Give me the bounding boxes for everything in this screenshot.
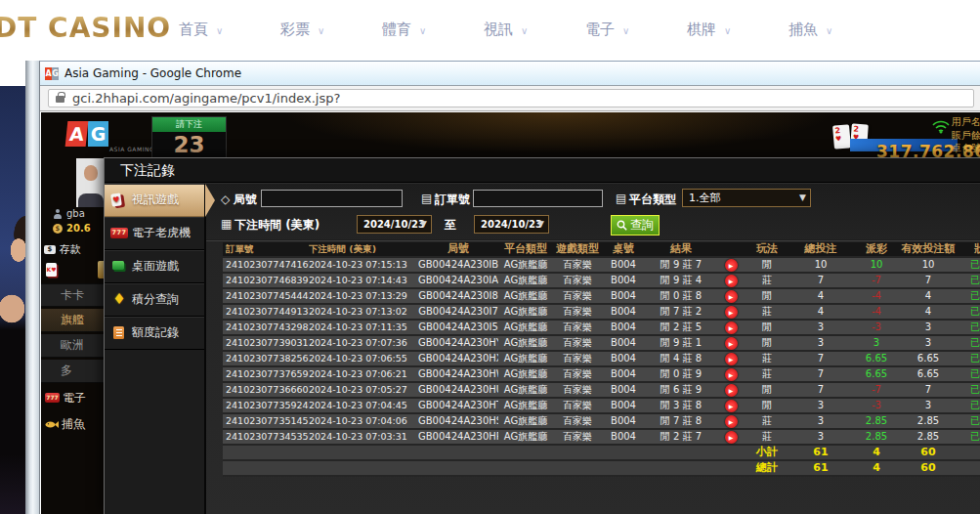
deposit-button[interactable]: $ 存款 [44,242,81,257]
nav-item-5[interactable]: 棋牌∨ [670,21,772,39]
footer-cell: 60 [901,460,956,476]
deposit-icon: $ [44,245,56,254]
ag-side-item-5[interactable]: 捕魚 [41,414,104,434]
table-row: 2410230773903182024-10-23 07:07:36GB0042… [223,336,980,352]
tag-icon: ◇ [221,193,230,206]
table-cell-valid: 7 [901,273,956,288]
table-cell-_play: ▶ [717,335,745,351]
table-cell-result: 閒 0 莊 9 [645,366,717,382]
nav-item-4[interactable]: 電子∨ [569,21,670,39]
sidebar-item-2[interactable]: 桌面遊戲 [105,250,204,283]
sidebar-item-label: 桌面遊戲 [132,258,179,275]
play-video-button[interactable]: ▶ [725,259,738,272]
sidebar-item-3[interactable]: ♦積分查詢 [105,283,204,317]
order-input[interactable] [473,190,603,207]
dropdown-arrow-icon: ▼ [799,190,806,206]
table-cell-status: 已派彩 [956,288,980,304]
sidebar-item-4[interactable]: 額度記錄 [105,317,204,350]
sidebar-item-label: 電子老虎機 [132,225,191,241]
table-cell-platform: AG旗艦廳 [498,304,553,320]
table-cell-_play: ▶ [717,320,745,335]
window-title: Asia Gaming - Google Chrome [64,66,241,80]
table-header-cell: 桌號 [602,241,645,257]
table-cell-time: 2024-10-23 07:04:06 [309,413,418,429]
search-button[interactable]: 查詢 [611,215,660,236]
cards-icon [110,193,128,208]
table-header-cell: 遊戲類型 [553,241,602,257]
play-video-button[interactable]: ▶ [725,353,738,365]
table-cell-result: 閒 2 莊 7 [645,429,717,445]
nav-item-label: 彩票 [280,21,310,39]
video-game-category[interactable]: K♥ [46,263,57,277]
chevron-down-icon: ∨ [216,25,223,36]
table-cell-order: 241023077382565 [223,351,309,366]
platform-select[interactable]: 1.全部▼ [682,189,811,207]
table-cell-table: B004 [602,304,645,320]
calendar-icon: ▦ [221,217,232,231]
play-video-button[interactable]: ▶ [725,415,738,428]
table-cell-order: 241023077366607 [223,382,309,398]
nav-item-6[interactable]: 捕魚∨ [772,21,873,39]
table-cell-payout: -7 [852,273,901,288]
ag-side-item-1[interactable]: 旗艦 [41,309,104,332]
table-cell-play: 莊 [745,429,789,445]
table-cell-valid: 3 [901,320,956,335]
table-cell-payout: -4 [852,304,901,320]
table-cell-payout: 3 [852,335,901,351]
nav-item-1[interactable]: 彩票∨ [264,21,365,39]
chevron-down-icon: ∨ [622,25,629,36]
table-cell-valid: 4 [901,304,956,320]
sidebar-item-0[interactable]: 視訊遊戲 [105,184,204,217]
table-cell-result: 閒 7 莊 2 [645,304,717,320]
ag-info-column: 用戶名賬戶餘卓台號 [952,115,980,155]
play-video-button[interactable]: ▶ [725,306,738,319]
nav-item-3[interactable]: 視訊∨ [467,21,569,39]
table-header-cell: 狀態 [956,241,980,257]
table-cell-table: B004 [602,273,645,288]
ag-side-item-3[interactable]: 多 [41,360,104,383]
ag-side-item-label: 電子 [63,390,86,407]
table-cell-_play: ▶ [717,351,745,366]
table-cell-result: 閒 9 莊 7 [645,257,717,273]
ag-side-item-2[interactable]: 歐洲 [41,334,104,358]
round-label: 局號 [234,192,257,208]
clipboard-icon: ▤ [421,192,432,205]
window-frame-edge [25,61,39,514]
ag-side-item-label: 旗艦 [61,312,84,328]
table-cell-bet: 3 [789,320,852,335]
ag-side-item-4[interactable]: 777電子 [41,388,104,407]
nav-item-2[interactable]: 體育∨ [365,21,467,39]
table-cell-bet: 3 [789,335,852,351]
time-label: 下注時間 (美東) [234,217,320,234]
round-input[interactable] [261,190,403,207]
nav-item-0[interactable]: 首頁∨ [162,21,264,39]
site-header: DT CASINO 首頁∨彩票∨體育∨視訊∨電子∨棋牌∨捕魚∨ [0,0,980,61]
date-from-select[interactable]: 2024/10/23▼ [357,215,432,234]
panel-body: 視訊遊戲777電子老虎機桌面遊戲♦積分查詢額度記錄 ◇ 局號 ▤ 訂單號 ▤ 平… [105,184,980,514]
chrome-window: AG Asia Gaming - Google Chrome gci.2hhap… [39,61,980,514]
play-video-button[interactable]: ▶ [725,368,738,381]
ag-side-item-0[interactable]: 卡卡 [41,283,104,307]
table-cell-platform: AG旗艦廳 [498,273,553,288]
play-video-button[interactable]: ▶ [725,384,738,397]
window-titlebar[interactable]: AG Asia Gaming - Google Chrome [40,62,980,86]
table-cell-game: 百家樂 [553,335,602,351]
play-video-button[interactable]: ▶ [725,290,738,303]
table-cell-round: GB00424A230IA [418,273,498,288]
play-video-button[interactable]: ▶ [725,275,738,287]
sidebar-item-1[interactable]: 777電子老虎機 [105,217,204,250]
play-video-button[interactable]: ▶ [725,400,738,412]
url-bar: gci.2hhapi.com/agingame/pcv1/index.jsp? [40,86,980,111]
play-video-button[interactable]: ▶ [725,431,738,444]
table-cell-time: 2024-10-23 07:14:43 [309,273,418,288]
date-to-select[interactable]: 2024/10/23▼ [474,215,549,234]
play-video-button[interactable]: ▶ [725,337,738,350]
sidebar-item-label: 額度記錄 [132,324,179,341]
url-input[interactable]: gci.2hhapi.com/agingame/pcv1/index.jsp? [48,89,974,107]
play-video-button[interactable]: ▶ [725,321,738,334]
table-cell-play: 莊 [745,366,789,382]
ag-logo-a: A [65,121,89,147]
table-row: 2410230773825652024-10-23 07:06:55GB0042… [223,352,980,367]
table-cell-round: GB00424A230I5 [418,320,498,335]
tablegame-icon [110,260,128,273]
